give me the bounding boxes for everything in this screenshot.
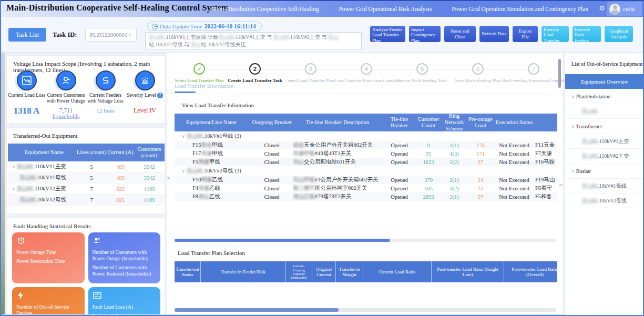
table-row[interactable]: F15联合甲线 Closed 创业五金公用户外开关箱602开关 Opened 0… [175,141,557,149]
col-carrying-capacity: Current-Carrying Capacity (Ampacity) [286,261,312,282]
table-row[interactable]: ∨五山站.110kV#2主变 7 825 4169 [8,184,165,195]
top-nav: Main-Distribution Cooperative Self-Heali… [211,1,588,17]
stat-current-load-loss: Current Load Loss 1318 A [7,70,46,120]
step-7-backfeed-complete[interactable]: 7 Back-feeding Execution Complete [502,63,565,83]
step-5-create-backfeed[interactable]: 5 Create Back-feeding Task [391,63,454,83]
stat-value: Level IV [134,107,156,115]
step-4-execution-complete[interactable]: 4 Load Transfer Execution Complete [335,63,398,83]
fault-description-textarea[interactable]: 五山站.110kV#1主变故障:导致五山站.110kV#1主变 与 五山站.11… [145,32,362,49]
tree-group-substation[interactable]: ∨ Plant/Substation [565,89,644,104]
customers-card: Number of Customers with Power Outage (h… [88,232,161,283]
table-row[interactable]: 五山站.10kV#2母线 7 825 4169 [8,195,165,206]
table-row[interactable]: 五山站.10kV#1母线 5 489 3542 [8,172,165,184]
view-load-transfer-panel: View Load Transfer Information Equipment… [175,98,557,238]
scrollbar-thumb[interactable] [175,239,390,242]
top-header: Main-Distribution Cooperative Self-Heali… [1,1,643,17]
nav-self-healing[interactable]: Main-Distribution Cooperative Self-Heali… [211,6,319,12]
execute-load-transfer-button[interactable]: Execute Load Transfer [541,26,569,42]
tree-item-transformer1[interactable]: 五山站.110kV#1主变 [565,134,644,149]
table-header: Equipment Name Lines (count) Current (A)… [8,144,165,161]
analyze-feeder-plan-button[interactable]: Analyze Feeder Load Transfer Plan [370,26,405,42]
tree-item-busbar1[interactable]: 五山站.10kV#1母线 [565,179,644,193]
update-time-label: Data Update Time [160,23,202,29]
outage-time-card: Power Outage Time Power Restoration Time [12,232,85,283]
data-update-time-pill: Data Update Time 2022-06-10 16:11:14 [147,22,262,31]
scrollbar-thumb[interactable] [175,308,339,312]
customers-icon [93,236,157,248]
equipment-tree: ∨ Plant/Substation 五山站 ∨ Transformer 五山站… [565,89,644,208]
group-row-busbar2[interactable]: ∨ 五山站 .10kV#2母线 (3) [175,166,557,176]
reset-clear-button[interactable]: Reset and Clear [444,26,476,42]
tab-divider [170,94,559,94]
chevron-down-icon[interactable]: ∨ [571,94,575,99]
view-table-title: View Load Transfer Information [175,98,557,114]
redacted-station: 五山站 [187,167,203,175]
collapse-left-panel-handle[interactable]: < [166,168,171,187]
redacted-station: 五山站 [582,182,598,190]
chevron-down-icon[interactable]: ∨ [182,134,185,139]
nav-simulation-contingency[interactable]: Power Grid Operation Simulation and Cont… [452,6,588,12]
fault-text: 站.10kV#2母线失压 [201,42,246,47]
table-row[interactable]: F5网厦甲线 Closed 乌山交公用配电站611开关 Opened 1823 … [175,158,557,166]
task-id-select[interactable]: PLZG22000001 ∨ [85,28,137,42]
card-line: Power Restoration Time [16,259,80,265]
feeder-line-icon [96,70,116,90]
graphical-analysis-button[interactable]: Graphical Analysis [605,26,633,42]
stat-label: Current Customers with Power Outage [46,93,86,104]
vertical-scrollbar[interactable] [558,59,561,88]
table-row[interactable]: F17天濠甲线 Closed 天濠甲线#49塔49T1开关 Opened 95 … [175,149,557,158]
col-customer-count: Customer Count [416,116,441,129]
task-id-value: PLZG22000001 [90,32,128,38]
load-transfer-table: Equipment/Line Name Outgoing Breaker Tie… [175,114,557,201]
equipment-overview-header[interactable]: Equipment Overview [565,74,644,89]
chevron-down-icon[interactable]: ∨ [182,169,185,174]
redacted-station: 五山站 [19,175,36,180]
help-icon[interactable]: ? [157,93,163,98]
redacted-station: 五山 [328,34,339,40]
chevron-down-icon[interactable]: ∨ [12,165,15,169]
out-of-service-panel: List of Out-of-Service Equipment Equipme… [565,53,644,316]
step-1-select-plan[interactable]: ✓ Select Load Transfer Plan [168,63,231,83]
step-6-send-backfeed[interactable]: 6 Send Back-feeding Plan [446,63,509,83]
col-current-load-ratio: Current Load Ratio [363,261,432,282]
tree-group-transformer[interactable]: ∨ Transformer [565,119,644,134]
table-row[interactable]: ∨五山站.110kV#1主变 5 489 3542 [8,161,165,172]
import-contingency-button[interactable]: Import Contingency Plan [409,26,441,42]
nav-risk-analysis[interactable]: Power Grid Operational Risk Analysis [339,6,432,12]
tree-item-busbar2[interactable]: 五山站.10kV#2母线 [565,193,644,208]
bottom-divider [2,314,644,315]
tree-item-transformer2[interactable]: 五山站.110kV#2主变 [565,149,644,164]
refresh-data-button[interactable]: Refresh Data [479,26,509,42]
table-row[interactable]: F10网厦乙线 Closed 马山甲线#3公用户外开关箱602开关 Opened… [175,176,557,184]
task-list-button[interactable]: Task List [8,28,46,42]
user-chip[interactable]: ceshi [607,2,642,16]
redacted-station: 五山站 [273,34,289,40]
alarm-lamp-icon [135,70,155,90]
gear-icon[interactable]: ⚙ [599,4,605,12]
redacted-station: 五山站 [187,132,203,140]
tab-load-transfer-information[interactable]: Load Transfer Information [175,83,233,89]
col-pre-outage: Pre-outage Load [468,116,493,129]
group-row-busbar1[interactable]: ∨ 五山站 .10kV#1母线 (3) [175,131,557,141]
step-3-send-plan[interactable]: 3 Send Load Transfer Plan [279,63,342,83]
chevron-down-icon[interactable]: ∨ [571,124,575,129]
table-row[interactable]: F8虎山乙线 Closed 虎山乙线#79塔79T2开关 Opened 2893… [175,192,557,201]
col-tie-desc: Tie-line Breaker Description [293,119,382,126]
tree-item-station[interactable]: 五山站 [565,104,644,119]
expand-right-panel-handle[interactable]: > [558,176,563,195]
step-2-create-task[interactable]: 2 Create Load Transfer Task [223,63,287,83]
chevron-down-icon[interactable]: ∨ [571,169,575,174]
tree-group-busbar[interactable]: ∨ Busbar [565,164,644,179]
export-file-button[interactable]: Export File [513,26,538,42]
out-of-service-title: List of Out-of-Service Equipment [565,53,644,67]
col-post-ratio-single: Post-transfer Load Ratio (Single Line) [432,261,504,282]
redacted-station: 五山站 [582,138,598,145]
table-row[interactable]: F4天濠乙线 Closed 第二看守所公用环网室602开关 Opened 165… [175,184,557,192]
col-tie-breaker: Tie-line Breaker [382,116,416,129]
card-line: Number of Customers with Power Outage (h… [93,250,157,262]
redacted-station: 五山站 [218,34,234,40]
fault-stat-cards: Power Outage Time Power Restoration Time… [12,232,160,316]
chevron-down-icon[interactable]: ∨ [12,187,15,191]
execute-back-feeding-button[interactable]: Execute Back-feeding [573,26,601,42]
col-equipment-name: Equipment Name [8,149,76,156]
